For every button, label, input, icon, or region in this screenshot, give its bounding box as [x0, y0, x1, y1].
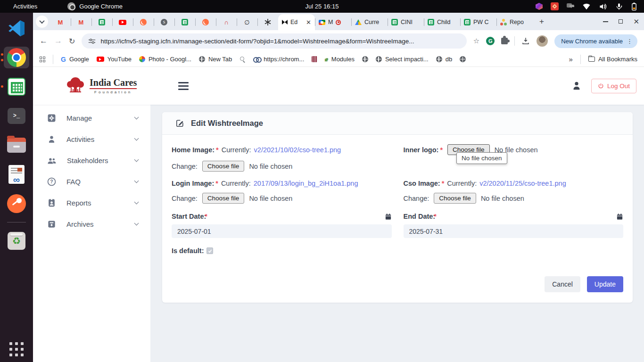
update-button[interactable]: Update	[587, 276, 623, 292]
tab-orange-2[interactable]	[195, 14, 216, 30]
bookmarks-overflow-button[interactable]: »	[569, 55, 573, 63]
spacer-cell	[404, 161, 624, 172]
running-indicator	[1, 53, 3, 56]
bookmark-globe-2[interactable]	[460, 56, 466, 62]
start-date-label: Start Date:	[172, 213, 206, 220]
sidebar-item-stakeholders[interactable]: Stakeholders	[33, 150, 150, 171]
tab-sheets-child[interactable]: Child	[424, 14, 460, 30]
minimize-icon[interactable]	[603, 21, 608, 22]
sidebar-item-archives[interactable]: Archives	[33, 214, 150, 235]
url-text: https://icfnv5-staging.icfn.in/manage-se…	[100, 38, 414, 45]
tab-close-icon[interactable]: ✕	[306, 19, 311, 26]
dock-libreoffice-calc[interactable]	[4, 76, 29, 98]
bookmark-db[interactable]: db	[436, 56, 452, 63]
person-icon	[47, 135, 56, 144]
tab-youtube[interactable]	[112, 14, 133, 30]
bookmark-new-tab[interactable]: New Tab	[199, 56, 232, 63]
brand-logo[interactable]: India Cares Foundation	[65, 76, 137, 95]
cso-image-file-link[interactable]: v2/2020/11/25/cso-tree1.png	[479, 180, 566, 187]
login-image-choose-file-button[interactable]: Choose file	[202, 193, 245, 204]
tab-label: PW C	[473, 19, 489, 25]
user-icon[interactable]	[571, 81, 582, 91]
sidebar-item-reports[interactable]: Reports	[33, 192, 150, 214]
tab-sheets-pw[interactable]: PW C	[460, 14, 496, 30]
archive-box-icon	[47, 220, 56, 229]
bookmark-photos[interactable]: Photo - Googl...	[139, 56, 191, 63]
close-icon[interactable]: ✕	[633, 18, 639, 25]
dock-chrome[interactable]	[4, 47, 29, 68]
downloads-icon[interactable]	[521, 37, 530, 45]
bookmark-search[interactable]	[239, 56, 246, 62]
clock[interactable]: Jul 25 16:15	[305, 3, 339, 10]
update-chrome-button[interactable]: New Chrome available ⋮	[554, 34, 637, 48]
start-date-input[interactable]	[172, 224, 392, 238]
dock-trash[interactable]: ♻	[4, 230, 29, 252]
calendar-icon[interactable]	[385, 213, 392, 220]
all-bookmarks-button[interactable]: All Bookmarks	[588, 56, 637, 63]
bookmark-star-icon[interactable]: ☆	[473, 37, 479, 45]
dock-terminal[interactable]: >_	[4, 105, 29, 127]
calendar-icon[interactable]	[616, 213, 623, 220]
bookmark-select-impact[interactable]: Select impacti...	[376, 56, 429, 63]
chevron-down-icon	[134, 221, 139, 226]
active-tab[interactable]: Ed ✕	[278, 14, 315, 30]
tab-gmail-2[interactable]: M	[71, 14, 91, 30]
bookmark-google[interactable]: GGoogle	[61, 56, 89, 63]
cancel-button[interactable]: Cancel	[545, 276, 580, 292]
tab-gmail-1[interactable]: M	[50, 14, 71, 30]
address-bar[interactable]: https://icfnv5-staging.icfn.in/manage-se…	[82, 33, 466, 49]
extensions-puzzle-icon[interactable]	[501, 38, 508, 44]
profile-avatar[interactable]	[537, 35, 548, 47]
reload-button[interactable]: ↻	[69, 37, 75, 46]
tab-sheets-1[interactable]	[91, 14, 112, 30]
sidebar-item-label: Archives	[66, 220, 94, 228]
sidebar-item-activities[interactable]: Activities	[33, 129, 150, 150]
home-image-choose-file-button[interactable]: Choose file	[202, 161, 245, 172]
bookmark-globe-1[interactable]	[362, 56, 368, 62]
tab-search-button[interactable]	[36, 16, 48, 28]
kebab-menu-icon[interactable]: ⋮	[627, 38, 633, 45]
grammarly-extension-icon[interactable]: G	[486, 37, 495, 45]
tab-sheets-cini[interactable]: CINI	[388, 14, 424, 30]
tab-null[interactable]: ∅	[237, 14, 257, 30]
dock-vscode[interactable]	[4, 17, 29, 39]
tab-spiral[interactable]	[257, 14, 278, 30]
cso-image-choose-file-button[interactable]: Choose file	[434, 193, 476, 204]
back-button[interactable]: ←	[40, 36, 48, 46]
tab-dark-globe[interactable]: S	[154, 14, 174, 30]
tab-sheets-2[interactable]	[174, 14, 195, 30]
system-tray[interactable]	[536, 2, 637, 11]
tab-meet[interactable]: M	[315, 14, 351, 30]
tab-orange-1[interactable]	[133, 14, 154, 30]
bookmark-youtube[interactable]: YouTube	[97, 56, 132, 63]
tab-red-arch[interactable]: ∩	[216, 14, 237, 30]
dock-document-viewer[interactable]	[4, 164, 29, 185]
hamburger-menu-icon[interactable]	[178, 82, 189, 90]
show-applications-button[interactable]	[9, 342, 24, 356]
end-date-input[interactable]	[404, 224, 624, 238]
globe-icon	[362, 56, 368, 62]
tab-repo[interactable]: Repo	[496, 14, 533, 30]
dock-files[interactable]	[4, 134, 29, 156]
start-date-label-row: Start Date:*	[172, 213, 392, 220]
focused-app-menu[interactable]: Google Chrome	[67, 2, 123, 10]
login-image-file-link[interactable]: 2017/09/13/login_bg_2iH1oa1.png	[254, 180, 358, 187]
forward-button[interactable]: →	[54, 36, 62, 46]
tab-drive[interactable]: Curre	[351, 14, 388, 30]
restore-icon[interactable]	[619, 19, 623, 24]
new-tab-button[interactable]: +	[536, 17, 548, 26]
logout-button[interactable]: Log Out	[591, 79, 636, 93]
bookmark-modules[interactable]: ⸙Modules	[325, 56, 355, 63]
sidebar-item-manage[interactable]: Manage	[33, 107, 150, 129]
change-label: Change:	[172, 195, 198, 202]
activities-button[interactable]: Activities	[10, 2, 40, 11]
microphone-icon	[615, 3, 623, 10]
is-default-checkbox[interactable]	[206, 247, 213, 254]
home-image-file-link[interactable]: v2/2021/10/02/cso-tree1.png	[254, 146, 341, 154]
bookmark-maroon[interactable]	[312, 56, 317, 62]
apps-grid-icon[interactable]	[40, 57, 45, 62]
sidebar-item-faq[interactable]: ? FAQ	[33, 171, 150, 192]
libreoffice-calc-icon	[8, 78, 25, 96]
bookmark-chrom[interactable]: https://chrom...	[253, 56, 304, 63]
dock-postman[interactable]	[4, 193, 29, 214]
